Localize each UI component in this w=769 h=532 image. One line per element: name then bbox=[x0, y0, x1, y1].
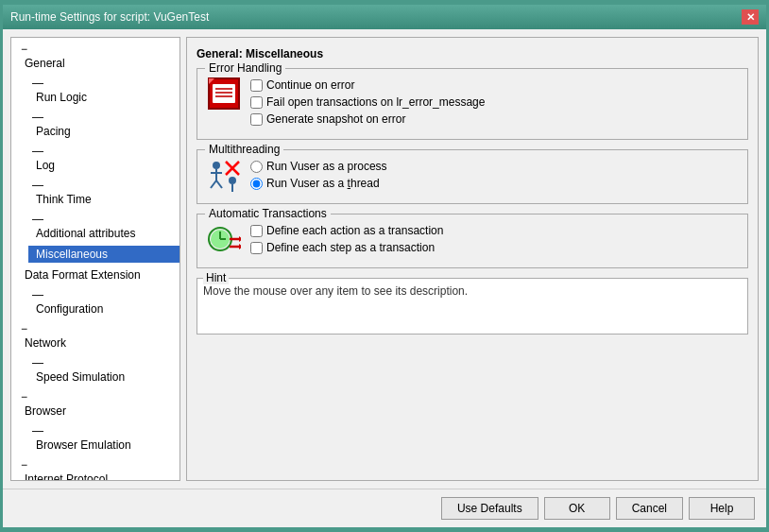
svg-point-6 bbox=[213, 162, 220, 169]
auto-trans-icon bbox=[207, 222, 241, 256]
run-as-thread-row: Run Vuser as a thread bbox=[250, 177, 738, 190]
sidebar-item-additional-attributes[interactable]: ― Additional attributes bbox=[11, 210, 179, 244]
ok-button[interactable]: OK bbox=[544, 497, 610, 520]
hint-label: Hint bbox=[203, 271, 229, 284]
hint-box: Hint Move the mouse over any item to see… bbox=[197, 278, 748, 335]
automatic-transactions-group: Automatic Transactions bbox=[197, 214, 748, 268]
sidebar-item-internet-protocol[interactable]: − Internet Protocol bbox=[11, 455, 179, 481]
define-each-step-label[interactable]: Define each step as a transaction bbox=[266, 241, 435, 254]
sidebar-item-data-format-extension[interactable]: Data Format Extension bbox=[11, 265, 179, 285]
multithreading-group: Multithreading bbox=[197, 149, 748, 204]
fail-open-transactions-checkbox[interactable] bbox=[250, 96, 263, 109]
multithreading-label: Multithreading bbox=[205, 143, 283, 156]
window-title: Run-time Settings for script: VuGenTest bbox=[10, 10, 209, 24]
sidebar-item-browser[interactable]: − Browser bbox=[11, 387, 179, 421]
sidebar-item-run-logic[interactable]: ― Run Logic bbox=[11, 74, 179, 108]
sidebar-item-think-time[interactable]: ― Think Time bbox=[11, 176, 179, 210]
threads-icon bbox=[207, 158, 241, 192]
automatic-transactions-label: Automatic Transactions bbox=[205, 207, 331, 220]
sidebar-item-speed-simulation[interactable]: ― Speed Simulation bbox=[11, 353, 179, 387]
sidebar-item-log[interactable]: ― Log bbox=[11, 142, 179, 176]
svg-rect-2 bbox=[215, 88, 232, 90]
error-handling-options: Continue on error Fail open transactions… bbox=[250, 77, 738, 129]
define-each-action-row: Define each action as a transaction bbox=[250, 224, 738, 237]
section-title: General: Miscellaneous bbox=[197, 47, 748, 60]
close-button[interactable]: ✕ bbox=[742, 9, 759, 25]
hint-text: Move the mouse over any item to see its … bbox=[203, 284, 468, 298]
svg-marker-22 bbox=[239, 244, 241, 249]
fail-open-transactions-row: Fail open transactions on lr_error_messa… bbox=[250, 95, 738, 109]
cancel-button[interactable]: Cancel bbox=[616, 497, 683, 520]
multithreading-options: Run Vuser as a process Run Vuser as a th… bbox=[250, 158, 738, 194]
sidebar-item-miscellaneous[interactable]: Miscellaneous bbox=[11, 244, 179, 265]
error-icon bbox=[207, 77, 241, 111]
sidebar: − General ― Run Logic ― Pacing ― Log ― T… bbox=[10, 37, 180, 481]
continue-on-error-checkbox[interactable] bbox=[250, 79, 263, 92]
sidebar-item-pacing[interactable]: ― Pacing bbox=[11, 108, 179, 142]
define-each-step-checkbox[interactable] bbox=[250, 242, 263, 254]
sidebar-item-network[interactable]: − Network bbox=[11, 319, 179, 353]
sidebar-item-configuration[interactable]: ― Configuration bbox=[11, 285, 179, 319]
error-handling-label: Error Handling bbox=[205, 61, 285, 75]
continue-on-error-label[interactable]: Continue on error bbox=[266, 78, 354, 92]
svg-line-9 bbox=[211, 180, 216, 188]
svg-rect-3 bbox=[215, 92, 232, 94]
generate-snapshot-checkbox[interactable] bbox=[250, 113, 263, 126]
svg-marker-20 bbox=[239, 236, 241, 242]
run-as-process-label[interactable]: Run Vuser as a process bbox=[266, 160, 387, 173]
run-as-process-radio[interactable] bbox=[250, 161, 263, 173]
run-as-thread-label[interactable]: Run Vuser as a thread bbox=[266, 177, 380, 190]
svg-line-10 bbox=[216, 180, 222, 188]
sidebar-item-browser-emulation[interactable]: ― Browser Emulation bbox=[11, 421, 179, 455]
continue-on-error-row: Continue on error bbox=[250, 78, 738, 92]
main-window: Run-time Settings for script: VuGenTest … bbox=[2, 4, 767, 528]
multithreading-row: Run Vuser as a process Run Vuser as a th… bbox=[207, 158, 738, 194]
generate-snapshot-row: Generate snapshot on error bbox=[250, 112, 738, 126]
define-each-step-row: Define each step as a transaction bbox=[250, 241, 738, 254]
main-content: − General ― Run Logic ― Pacing ― Log ― T… bbox=[3, 29, 766, 489]
automatic-transactions-options: Define each action as a transaction Defi… bbox=[250, 222, 738, 258]
use-defaults-button[interactable]: Use Defaults bbox=[441, 497, 538, 520]
help-button[interactable]: Help bbox=[689, 497, 755, 520]
run-as-process-row: Run Vuser as a process bbox=[250, 160, 738, 173]
svg-point-13 bbox=[229, 177, 236, 184]
fail-open-transactions-label[interactable]: Fail open transactions on lr_error_messa… bbox=[266, 95, 485, 109]
svg-rect-4 bbox=[215, 95, 232, 97]
generate-snapshot-label[interactable]: Generate snapshot on error bbox=[266, 112, 405, 126]
run-as-thread-radio[interactable] bbox=[250, 178, 263, 190]
define-each-action-checkbox[interactable] bbox=[250, 225, 263, 237]
error-handling-row: Continue on error Fail open transactions… bbox=[207, 77, 738, 129]
sidebar-item-general[interactable]: − General bbox=[11, 40, 179, 74]
error-handling-group: Error Handling bbox=[197, 68, 748, 140]
define-each-action-label[interactable]: Define each action as a transaction bbox=[266, 224, 443, 237]
automatic-transactions-row: Define each action as a transaction Defi… bbox=[207, 222, 738, 258]
title-bar: Run-time Settings for script: VuGenTest … bbox=[3, 5, 766, 29]
bottom-bar: Use Defaults OK Cancel Help bbox=[3, 489, 766, 527]
content-area: General: Miscellaneous Error Handling bbox=[186, 37, 759, 481]
